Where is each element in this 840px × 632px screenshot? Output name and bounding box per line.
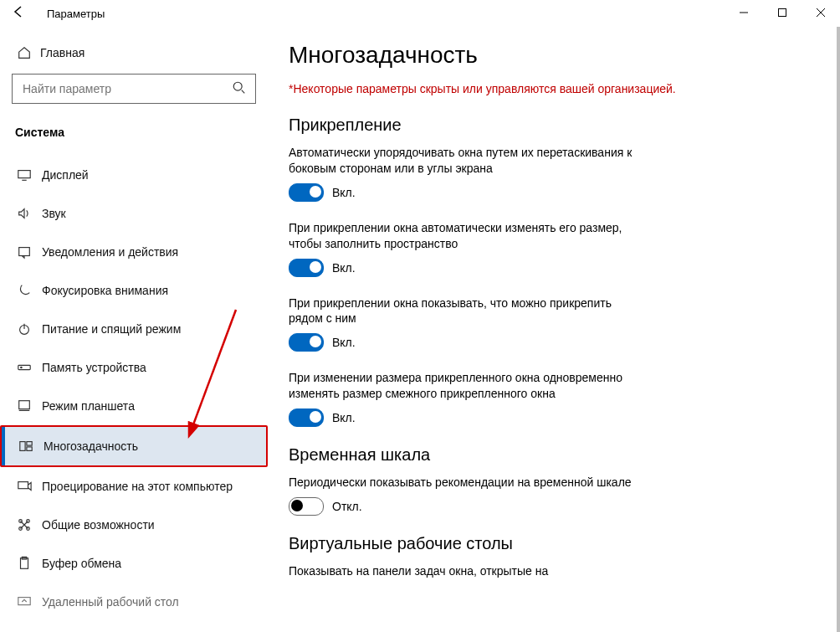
managed-by-org-note: *Некоторые параметры скрыты или управляю…: [289, 82, 817, 95]
svg-point-12: [21, 367, 22, 367]
storage-icon: [15, 360, 33, 375]
shared-experiences-icon: [15, 517, 33, 532]
section-scroll-indicator: [268, 77, 269, 236]
toggle-state-label: Вкл.: [332, 411, 356, 424]
sidebar-item-storage[interactable]: Память устройства: [0, 348, 268, 387]
focus-assist-icon: [15, 283, 33, 298]
sidebar-item-clipboard[interactable]: Буфер обмена: [0, 544, 268, 583]
search-icon: [232, 80, 247, 98]
svg-rect-1: [779, 9, 786, 17]
back-button[interactable]: [5, 5, 32, 22]
snap-setting-3: При прикреплении окна показывать, что мо…: [289, 295, 648, 352]
sidebar-nav: Дисплей Звук Уведомления и действия Фоку…: [0, 156, 268, 621]
page-title: Многозадачность: [289, 42, 817, 69]
svg-rect-15: [20, 442, 25, 451]
sound-icon: [15, 206, 33, 221]
sidebar-item-label: Уведомления и действия: [42, 245, 178, 259]
right-scrollbar[interactable]: [837, 27, 840, 632]
svg-rect-8: [19, 248, 30, 256]
virtual-desktops-setting: Показывать на панели задач окна, открыты…: [289, 563, 648, 579]
setting-desc: При изменении размера прикрепленного окн…: [289, 370, 648, 402]
snap-setting-4: При изменении размера прикрепленного окн…: [289, 370, 648, 427]
svg-rect-13: [19, 401, 30, 409]
sidebar-item-label: Режим планшета: [42, 399, 135, 413]
notifications-icon: [15, 244, 33, 259]
sidebar: Главная Система Дисплей Звук Уведомления…: [0, 27, 268, 632]
sidebar-item-sound[interactable]: Звук: [0, 194, 268, 233]
setting-desc: Показывать на панели задач окна, открыты…: [289, 563, 648, 579]
setting-desc: Периодически показывать рекомендации на …: [289, 475, 648, 491]
sidebar-item-label: Звук: [42, 207, 66, 220]
timeline-setting: Периодически показывать рекомендации на …: [289, 475, 648, 516]
sidebar-item-label: Дисплей: [42, 168, 89, 182]
svg-rect-18: [18, 482, 28, 489]
search-input[interactable]: [21, 81, 232, 96]
clipboard-icon: [15, 556, 33, 571]
toggle-snap-adjacent[interactable]: [289, 408, 324, 427]
window-title: Параметры: [47, 8, 105, 20]
sidebar-item-label: Проецирование на этот компьютер: [42, 480, 233, 493]
projecting-icon: [15, 479, 33, 494]
power-icon: [15, 321, 33, 337]
svg-point-4: [233, 82, 242, 90]
close-button[interactable]: [802, 0, 840, 25]
toggle-snap-assist[interactable]: [289, 333, 324, 352]
sidebar-item-label: Многозадачность: [44, 439, 138, 453]
sidebar-item-label: Память устройства: [42, 361, 146, 374]
toggle-state-label: Вкл.: [332, 186, 356, 199]
sidebar-item-label: Питание и спящий режим: [42, 322, 181, 336]
sidebar-item-label: Удаленный рабочий стол: [42, 595, 179, 609]
sidebar-item-power[interactable]: Питание и спящий режим: [0, 310, 268, 348]
toggle-state-label: Вкл.: [332, 261, 356, 275]
sidebar-item-remote[interactable]: Удаленный рабочий стол: [0, 583, 268, 621]
search-input-container[interactable]: [12, 74, 256, 104]
multitasking-icon: [17, 439, 35, 454]
toggle-snap-arrange[interactable]: [289, 183, 324, 202]
maximize-button[interactable]: [763, 0, 802, 25]
svg-line-5: [242, 90, 245, 93]
content-pane: Многозадачность *Некоторые параметры скр…: [268, 27, 840, 632]
sidebar-item-shared[interactable]: Общие возможности: [0, 506, 268, 544]
setting-desc: Автоматически упорядочивать окна путем и…: [289, 145, 648, 177]
toggle-state-label: Откл.: [332, 500, 362, 513]
display-icon: [15, 167, 33, 182]
sidebar-item-label: Общие возможности: [42, 518, 155, 532]
sidebar-home-label: Главная: [40, 46, 85, 59]
window-controls: [725, 0, 840, 25]
sidebar-item-tablet[interactable]: Режим планшета: [0, 387, 268, 425]
setting-desc: При прикреплении окна показывать, что мо…: [289, 295, 648, 327]
sidebar-item-focus-assist[interactable]: Фокусировка внимания: [0, 271, 268, 310]
sidebar-home[interactable]: Главная: [0, 39, 268, 70]
home-icon: [15, 45, 33, 60]
titlebar: Параметры: [0, 0, 840, 27]
timeline-heading: Временная шкала: [289, 445, 817, 465]
sidebar-section-label: Система: [0, 112, 268, 147]
toggle-timeline-suggestions[interactable]: [289, 497, 324, 516]
toggle-snap-resize[interactable]: [289, 259, 324, 277]
virtual-desktops-heading: Виртуальные рабочие столы: [289, 534, 817, 553]
svg-rect-25: [18, 598, 30, 605]
sidebar-item-label: Буфер обмена: [42, 557, 121, 570]
minimize-button[interactable]: [725, 0, 763, 25]
snap-setting-1: Автоматически упорядочивать окна путем и…: [289, 145, 648, 202]
remote-desktop-icon: [15, 594, 33, 609]
svg-rect-11: [18, 365, 30, 369]
svg-rect-17: [27, 447, 32, 451]
svg-rect-6: [18, 171, 30, 178]
sidebar-item-notifications[interactable]: Уведомления и действия: [0, 233, 268, 271]
snap-setting-2: При прикреплении окна автоматически изме…: [289, 220, 648, 277]
setting-desc: При прикреплении окна автоматически изме…: [289, 220, 648, 252]
sidebar-item-projecting[interactable]: Проецирование на этот компьютер: [0, 467, 268, 506]
sidebar-item-multitasking[interactable]: Многозадачность: [0, 425, 268, 467]
snap-heading: Прикрепление: [289, 116, 817, 135]
tablet-icon: [15, 398, 33, 414]
sidebar-item-display[interactable]: Дисплей: [0, 156, 268, 194]
sidebar-item-label: Фокусировка внимания: [42, 284, 168, 297]
svg-rect-16: [27, 442, 32, 446]
toggle-state-label: Вкл.: [332, 336, 356, 349]
